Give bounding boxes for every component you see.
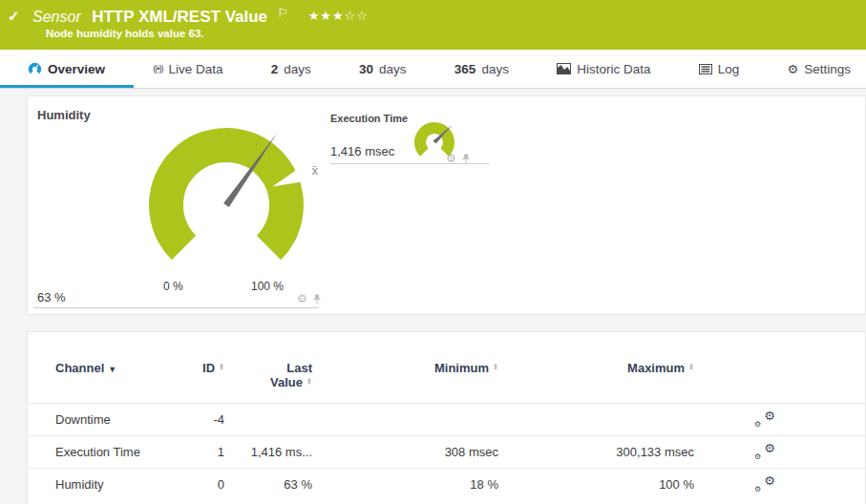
humidity-widget-icons: ⚙: [297, 293, 322, 304]
sort-icon: ▲▼: [493, 363, 498, 370]
log-icon: [699, 64, 712, 74]
tab-2-days[interactable]: 2 days: [267, 50, 315, 88]
cell-maximum: [498, 404, 694, 436]
tab-number: 2: [271, 62, 279, 76]
tab-label: days: [284, 62, 311, 76]
sensor-title: HTTP XML/REST Value: [92, 8, 267, 26]
tab-label: Overview: [48, 62, 105, 76]
column-header-last-value[interactable]: Last Value▲▼: [224, 361, 312, 404]
channel-settings-gears-icon[interactable]: ⚙⚙: [754, 442, 775, 459]
flag-icon[interactable]: ⚐: [278, 6, 289, 20]
column-header-id[interactable]: ID▲▼: [171, 361, 224, 404]
humidity-gauge-min-label: 0 %: [163, 280, 183, 293]
humidity-gauge-title: Humidity: [37, 108, 91, 122]
tab-label: Log: [718, 62, 740, 76]
pin-icon[interactable]: [312, 294, 322, 304]
column-label: Minimum: [434, 361, 489, 375]
pin-icon[interactable]: [461, 154, 471, 164]
cell-last-value: 63 %: [224, 469, 312, 501]
cell-maximum: 100 %: [498, 469, 694, 501]
cell-channel: Downtime: [28, 404, 171, 436]
gear-icon[interactable]: ⚙: [297, 293, 307, 304]
sensor-header: ✓ Sensor HTTP XML/REST Value ⚐ ★★★☆☆ Nod…: [0, 0, 866, 50]
tab-historic-data[interactable]: Historic Data: [553, 50, 654, 88]
column-label: Maximum: [627, 361, 685, 375]
priority-stars[interactable]: ★★★☆☆: [308, 9, 369, 23]
humidity-gauge: x̄: [123, 120, 326, 284]
cell-id: 1: [171, 436, 224, 469]
cell-id: 0: [171, 469, 224, 501]
column-header-actions: [694, 361, 866, 404]
sensor-status-message: Node humidity holds value 63.: [46, 28, 204, 39]
chart-icon: [557, 63, 571, 74]
sort-icon: ▲▼: [688, 363, 694, 370]
live-data-icon: ((•)): [153, 64, 162, 74]
channels-panel: Channel▼ ID▲▼ Last Value▲▼ Minimum▲▼ Max…: [27, 331, 866, 504]
cell-channel: Humidity: [28, 469, 171, 501]
gear-icon: ⚙: [787, 63, 798, 75]
column-label: Value: [270, 375, 303, 389]
sort-icon: ▲▼: [219, 363, 224, 370]
humidity-widget-divider: [33, 307, 319, 308]
overview-gauges-panel: Humidity x̄ 0 % 100 % 63 % ⚙ Execution T…: [27, 95, 866, 315]
tab-label: days: [481, 62, 509, 76]
tab-number: 365: [454, 62, 476, 76]
table-row-humidity[interactable]: Humidity 0 63 % 18 % 100 % ⚙⚙: [28, 469, 866, 501]
execution-time-widget-divider: [330, 163, 489, 164]
tab-settings[interactable]: ⚙ Settings: [783, 50, 854, 88]
tab-label: days: [379, 62, 407, 76]
tab-live-data[interactable]: ((•)) Live Data: [149, 50, 226, 88]
cell-last-value: [224, 404, 312, 436]
column-label: Last: [224, 361, 312, 375]
tab-label: Historic Data: [577, 62, 650, 76]
cell-maximum: 300,133 msec: [498, 436, 694, 469]
cell-id: -4: [171, 404, 224, 436]
tab-overview[interactable]: Overview: [24, 50, 109, 88]
tab-30-days[interactable]: 30 days: [355, 50, 411, 88]
column-header-minimum[interactable]: Minimum▲▼: [312, 361, 498, 404]
humidity-current-value: 63 %: [37, 290, 66, 304]
column-label: Channel: [55, 361, 104, 375]
humidity-gauge-max-label: 100 %: [251, 280, 284, 293]
tab-number: 30: [359, 62, 373, 76]
cell-minimum: [312, 404, 498, 436]
cell-last-value: 1,416 ms...: [224, 436, 312, 469]
column-header-channel[interactable]: Channel▼: [28, 361, 171, 404]
channel-table-header-row: Channel▼ ID▲▼ Last Value▲▼ Minimum▲▼ Max…: [28, 361, 866, 404]
cell-minimum: 308 msec: [312, 436, 498, 469]
column-header-maximum[interactable]: Maximum▲▼: [498, 361, 694, 404]
channel-settings-gears-icon[interactable]: ⚙⚙: [754, 410, 775, 427]
tab-bar: Overview ((•)) Live Data 2 days 30 days …: [0, 50, 866, 89]
tab-365-days[interactable]: 365 days: [451, 50, 513, 88]
gauge-icon: [28, 62, 42, 75]
cell-minimum: 18 %: [312, 469, 498, 501]
table-row-downtime[interactable]: Downtime -4 ⚙⚙: [28, 404, 866, 436]
channel-table: Channel▼ ID▲▼ Last Value▲▼ Minimum▲▼ Max…: [28, 361, 866, 501]
status-ok-icon: ✓: [8, 8, 20, 24]
object-kind-label: Sensor: [32, 9, 81, 25]
sort-desc-icon: ▼: [108, 365, 116, 374]
average-marker: x̄: [311, 163, 318, 178]
tab-label: Settings: [804, 62, 851, 76]
column-label: ID: [202, 361, 215, 375]
execution-time-current-value: 1,416 msec: [330, 144, 394, 158]
tab-label: Live Data: [168, 62, 222, 76]
sort-icon: ▲▼: [306, 377, 312, 385]
tab-log[interactable]: Log: [695, 50, 744, 88]
execution-time-gauge-title: Execution Time: [330, 113, 408, 124]
cell-channel: Execution Time: [28, 436, 171, 469]
table-row-execution-time[interactable]: Execution Time 1 1,416 ms... 308 msec 30…: [28, 436, 866, 469]
channel-settings-gears-icon[interactable]: ⚙⚙: [754, 474, 775, 492]
